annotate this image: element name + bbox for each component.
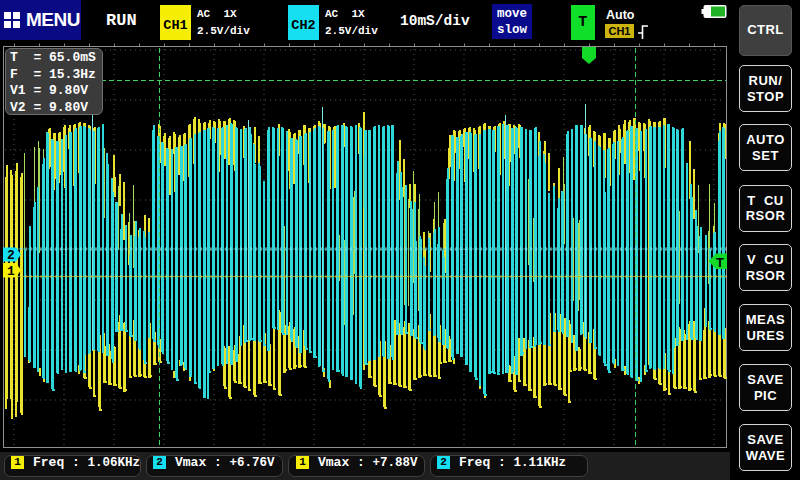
svg-text:1: 1	[7, 264, 15, 279]
svg-text:2: 2	[7, 248, 15, 263]
svg-text:T: T	[716, 255, 724, 270]
